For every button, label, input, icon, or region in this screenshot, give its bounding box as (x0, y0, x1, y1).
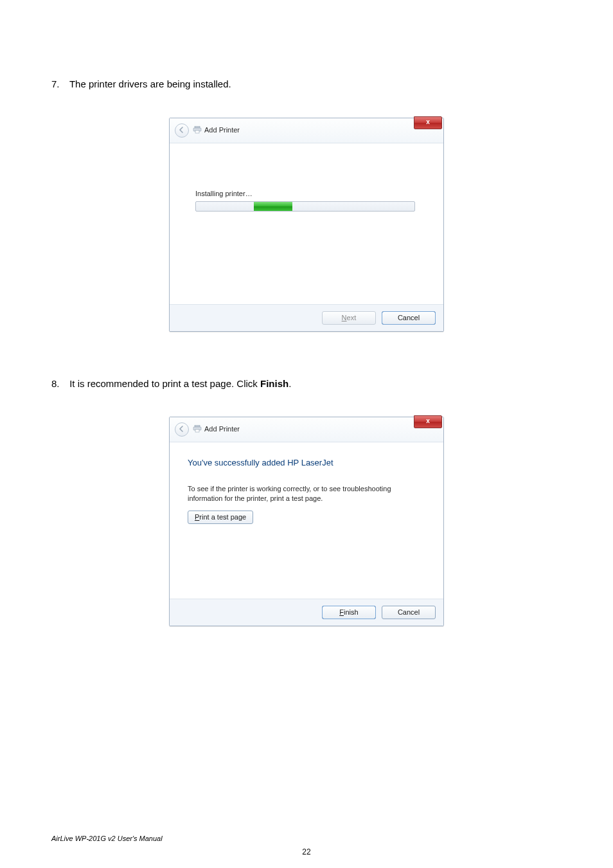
step-8-number: 8. (51, 377, 67, 392)
cancel-button[interactable]: Cancel (382, 311, 436, 325)
back-button[interactable] (175, 422, 189, 437)
print-label-rest: rint a test page (199, 513, 246, 521)
step-8-text-post: . (289, 378, 291, 389)
page-number: 22 (0, 847, 613, 856)
dialog-header: Add Printer x (170, 417, 443, 442)
dialog-header: Add Printer x (170, 118, 443, 143)
back-arrow-icon (178, 425, 186, 433)
printer-icon (193, 126, 202, 134)
cancel-button[interactable]: Cancel (382, 606, 436, 619)
progress-bar (195, 201, 415, 212)
close-icon: x (426, 417, 430, 424)
footer-note: AirLive WP-201G v2 User's Manual (51, 835, 163, 842)
next-label-rest: ext (347, 314, 357, 321)
step-7-number: 7. (51, 77, 67, 92)
progress-chunk (254, 202, 292, 211)
dialog-footer: Finish Cancel (170, 599, 443, 626)
back-arrow-icon (178, 126, 186, 134)
step-7: 7. The printer drivers are being install… (51, 77, 562, 92)
spacer (188, 524, 425, 582)
success-heading: You've successfully added HP LaserJet (188, 458, 425, 467)
finish-label-rest: inish (344, 608, 359, 616)
step-8: 8. It is recommended to print a test pag… (51, 377, 562, 392)
help-text: To see if the printer is working correct… (188, 484, 425, 504)
step-8-bold: Finish (260, 378, 289, 389)
svg-rect-3 (195, 425, 200, 427)
close-icon: x (426, 118, 430, 125)
add-printer-dialog-success: Add Printer x You've successfully added … (169, 417, 444, 626)
back-button[interactable] (175, 123, 189, 138)
print-test-page-button[interactable]: Print a test page (188, 511, 253, 524)
dialog-body: You've successfully added HP LaserJet To… (170, 442, 443, 599)
svg-rect-0 (195, 126, 200, 128)
next-button: Next (322, 311, 376, 325)
page: 7. The printer drivers are being install… (0, 0, 613, 868)
finish-button[interactable]: Finish (322, 606, 376, 619)
installing-label: Installing printer… (195, 190, 425, 197)
dialog-footer: Next Cancel (170, 304, 443, 331)
close-button[interactable]: x (414, 116, 442, 129)
next-mnemonic: N (342, 314, 347, 321)
dialog-body: Installing printer… (170, 143, 443, 304)
step-7-text: The printer drivers are being installed. (69, 78, 231, 89)
printer-icon (193, 425, 202, 433)
finish-mnemonic: F (339, 608, 344, 616)
dialog-title: Add Printer (204, 126, 240, 134)
close-button[interactable]: x (414, 415, 442, 428)
dialog-title: Add Printer (204, 425, 240, 433)
step-8-text-pre: It is recommended to print a test page. … (69, 378, 260, 389)
add-printer-dialog-installing: Add Printer x Installing printer… Next C… (169, 118, 444, 332)
svg-rect-2 (195, 131, 199, 133)
svg-rect-5 (195, 429, 199, 432)
